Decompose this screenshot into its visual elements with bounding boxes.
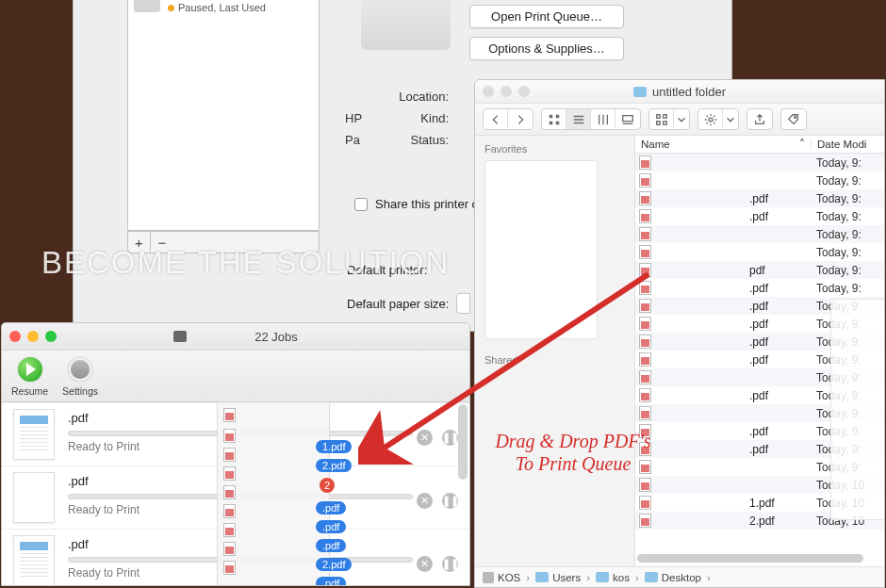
pdf-icon — [639, 317, 651, 331]
print-queue-window: 22 Jobs Resume Settings .pdf Ready to Pr… — [1, 322, 470, 586]
svg-rect-4 — [623, 115, 633, 121]
path-segment[interactable]: kos — [596, 572, 630, 583]
finder-content: Name ˄ Date Modi Today, 9:Today, 9:.pdfT… — [635, 136, 884, 566]
list-view-icon[interactable] — [566, 109, 591, 129]
pdf-icon — [639, 209, 651, 223]
file-date: Today, 9: — [811, 192, 884, 205]
column-headers[interactable]: Name ˄ Date Modi — [635, 136, 884, 154]
resume-label: Resume — [11, 385, 48, 397]
settings-button[interactable]: Settings — [62, 355, 98, 397]
back-icon[interactable] — [484, 109, 508, 129]
default-paper-size-label: Default paper size: — [347, 297, 449, 311]
folder-icon — [535, 572, 549, 582]
file-row[interactable]: Today, 9: — [635, 154, 884, 172]
share-printer-checkbox[interactable] — [354, 198, 368, 211]
settings-label: Settings — [62, 385, 98, 397]
path-segment[interactable]: Desktop — [645, 572, 701, 583]
sidebar-favorites-list[interactable] — [484, 160, 598, 339]
file-name: .pdf — [749, 353, 768, 367]
tags-button[interactable] — [780, 108, 807, 130]
horizontal-scrollbar[interactable] — [637, 553, 882, 564]
file-name: .pdf — [749, 210, 768, 223]
print-queue-title-jobs: 22 Jobs — [254, 330, 298, 344]
arrange-dropdown[interactable] — [648, 108, 690, 130]
scrollbar-thumb[interactable] — [458, 404, 468, 480]
file-name: .pdf — [749, 192, 768, 205]
document-icon — [13, 409, 55, 460]
path-bar[interactable]: KOS Users kos Desktop — [475, 566, 884, 587]
share-printer-row[interactable]: Share this printer o — [354, 197, 479, 211]
cancel-job-icon[interactable]: ✕ — [417, 493, 433, 509]
view-mode-switcher[interactable] — [541, 108, 641, 130]
file-name: pdf — [749, 264, 765, 277]
svg-point-9 — [709, 118, 713, 122]
file-date: Today, 9: — [811, 246, 884, 259]
chevron-down-icon[interactable] — [723, 109, 738, 129]
action-dropdown[interactable] — [697, 108, 739, 130]
cancel-job-icon[interactable]: ✕ — [417, 556, 433, 572]
path-segment[interactable]: KOS — [483, 572, 520, 583]
pause-job-icon[interactable]: ❚❚ — [442, 493, 458, 509]
gear-icon — [68, 357, 92, 382]
play-icon — [18, 357, 42, 382]
finder-title-bar[interactable]: untitled folder — [475, 80, 884, 104]
arrange-icon[interactable] — [649, 109, 674, 129]
folder-icon — [645, 572, 658, 582]
finder-window-title: untitled folder — [652, 85, 726, 99]
svg-rect-1 — [555, 114, 559, 118]
file-row[interactable]: .pdfToday, 9: — [635, 189, 884, 207]
svg-rect-7 — [656, 121, 660, 124]
resume-button[interactable]: Resume — [11, 355, 48, 397]
add-printer-button[interactable]: + — [128, 232, 151, 253]
open-print-queue-button[interactable]: Open Print Queue… — [469, 5, 624, 28]
status-value: Pa — [345, 133, 360, 147]
remove-printer-button[interactable]: − — [151, 232, 173, 253]
column-date[interactable]: Date Modi — [811, 139, 884, 150]
options-supplies-button[interactable]: Options & Supplies… — [469, 37, 624, 60]
printer-icon — [173, 331, 187, 342]
file-date: Today, 9: — [811, 174, 884, 188]
svg-rect-8 — [663, 121, 666, 124]
printer-list[interactable]: Paused, Last Used — [127, 0, 320, 231]
folder-icon — [596, 572, 609, 582]
print-queue-title-bar[interactable]: 22 Jobs — [2, 323, 469, 351]
file-row[interactable]: Today, 9: — [635, 243, 884, 261]
default-paper-size-select[interactable] — [456, 293, 470, 314]
chevron-down-icon[interactable] — [674, 109, 689, 129]
path-segment[interactable]: Users — [535, 572, 581, 583]
icon-view-icon[interactable] — [542, 109, 566, 129]
drag-ghost-block — [830, 299, 885, 520]
finder-toolbar — [475, 104, 884, 136]
pause-job-icon[interactable]: ❚❚ — [442, 556, 458, 572]
coverflow-view-icon[interactable] — [615, 109, 640, 129]
pdf-icon — [639, 155, 651, 170]
drag-ghost-column: 1.pdf 2.pdf 2 .pdf .pdf .pdf 2.pdf .pdf — [217, 402, 330, 585]
printer-status: Paused, Last Used — [168, 2, 266, 13]
column-name[interactable]: Name ˄ — [635, 138, 811, 151]
cancel-job-icon[interactable]: ✕ — [417, 430, 433, 446]
document-icon — [13, 535, 55, 585]
column-view-icon[interactable] — [591, 109, 615, 129]
annotation-text: Drag & Drop PDF's To Print Queue — [469, 430, 677, 475]
nav-back-forward[interactable] — [483, 108, 533, 130]
file-row[interactable]: .pdfToday, 9: — [635, 279, 884, 297]
file-row[interactable]: Today, 9: — [635, 225, 884, 243]
finder-sidebar[interactable]: Favorites Shared — [475, 136, 635, 566]
sidebar-section-favorites: Favorites — [484, 143, 625, 155]
share-button[interactable] — [747, 108, 773, 130]
gear-icon[interactable] — [698, 109, 723, 129]
scrollbar-thumb[interactable] — [637, 554, 863, 563]
forward-icon[interactable] — [508, 109, 533, 129]
pause-job-icon[interactable]: ❚❚ — [442, 430, 458, 446]
file-row[interactable]: Today, 9: — [635, 172, 884, 189]
file-date: Today, 9: — [811, 282, 884, 295]
pdf-icon — [639, 496, 651, 510]
location-label: Location: — [399, 90, 449, 104]
svg-point-10 — [795, 116, 796, 118]
pdf-icon — [639, 514, 651, 528]
printer-list-item[interactable]: Paused, Last Used — [134, 0, 313, 13]
pdf-icon — [639, 299, 651, 313]
file-row[interactable]: .pdfToday, 9: — [635, 207, 884, 225]
printer-image — [361, 0, 451, 50]
file-row[interactable]: pdfToday, 9: — [635, 261, 884, 279]
